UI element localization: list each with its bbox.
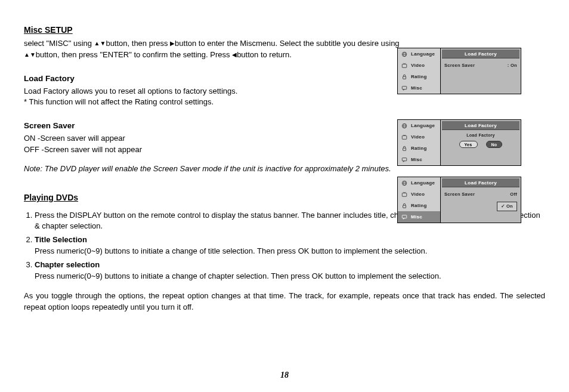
menu-misc[interactable]: Misc xyxy=(398,154,440,165)
menu-rating[interactable]: Rating xyxy=(398,143,440,154)
on-option-selected[interactable]: ✓On xyxy=(497,202,517,211)
svg-rect-16 xyxy=(403,205,406,208)
up-down-icon: ▲▼ xyxy=(94,41,106,47)
osd-menu: Language Video Rating Misc xyxy=(398,177,441,223)
speech-icon xyxy=(401,214,408,220)
osd-menu: Language Video Rating Misc xyxy=(398,120,441,165)
text-part: button to return. xyxy=(237,50,292,59)
tv-icon xyxy=(401,63,408,69)
item2-title: Title Selection xyxy=(35,235,87,244)
screen-saver-label: Screen Saver xyxy=(444,192,475,198)
svg-rect-11 xyxy=(402,158,407,160)
screen-saver-on: ON -Screen saver will appear xyxy=(24,133,406,144)
item3-body: Press numeric(0~9) buttons to initiate a… xyxy=(35,271,441,280)
globe-icon xyxy=(401,180,408,186)
menu-label: Video xyxy=(411,191,425,198)
tv-icon xyxy=(401,192,408,197)
lock-icon xyxy=(401,74,408,80)
osd-header: Load Factory xyxy=(442,50,519,58)
text-part: select "MISC" using xyxy=(24,39,94,48)
svg-rect-3 xyxy=(402,64,407,67)
tv-icon xyxy=(401,134,408,140)
svg-rect-15 xyxy=(402,193,407,196)
menu-language[interactable]: Language xyxy=(398,177,440,189)
load-factory-title: Load Factory xyxy=(24,73,406,85)
text-part: button, then press xyxy=(106,39,170,48)
left-icon: ◀ xyxy=(232,51,237,58)
right-icon: ▶ xyxy=(170,41,175,47)
globe-icon xyxy=(401,123,408,129)
menu-label: Language xyxy=(411,122,435,129)
text-part: button to enter the Miscmenu. Select the… xyxy=(175,39,400,48)
menu-label: Video xyxy=(411,134,425,141)
lock-icon xyxy=(401,146,408,152)
text-part: button, then press "ENTER" to confirm th… xyxy=(36,50,232,59)
load-factory-label: Load Factory xyxy=(444,132,517,138)
menu-video[interactable]: Video xyxy=(398,131,440,143)
on-label: On xyxy=(506,203,513,209)
svg-rect-9 xyxy=(402,135,407,139)
list-item: Chapter selection Press numeric(0~9) but… xyxy=(35,260,545,282)
load-factory-line1: Load Factory allows you to reset all opt… xyxy=(24,86,406,97)
item2-body: Press numeric(0~9) buttons to initiate a… xyxy=(35,246,427,255)
list-item: Title Selection Press numeric(0~9) butto… xyxy=(35,234,545,257)
menu-video[interactable]: Video xyxy=(398,189,440,200)
speech-icon xyxy=(401,157,408,163)
menu-label: Video xyxy=(411,62,425,69)
menu-misc[interactable]: Misc xyxy=(398,82,440,94)
svg-rect-4 xyxy=(403,76,406,79)
menu-misc[interactable]: Misc xyxy=(398,211,440,223)
screen-saver-label: Screen Saver xyxy=(444,63,475,69)
menu-rating[interactable]: Rating xyxy=(398,71,440,82)
speech-icon xyxy=(401,85,408,91)
screen-saver-value: : On xyxy=(508,63,517,69)
osd-header: Load Factory xyxy=(442,178,519,187)
globe-icon xyxy=(401,51,408,57)
svg-rect-10 xyxy=(403,148,406,150)
osd-panel-3: Language Video Rating Misc Load Factory xyxy=(397,177,521,223)
menu-label: Language xyxy=(411,180,435,187)
menu-video[interactable]: Video xyxy=(398,60,440,71)
menu-label: Misc xyxy=(411,156,422,163)
menu-label: Misc xyxy=(411,214,422,221)
item3-title: Chapter selection xyxy=(35,260,100,269)
osd-panel-1: Language Video Rating Misc Load Factory xyxy=(397,48,521,94)
menu-label: Language xyxy=(411,51,435,58)
no-button[interactable]: No xyxy=(486,141,503,148)
lock-icon xyxy=(401,203,408,209)
osd-menu: Language Video Rating Misc xyxy=(398,48,441,94)
yes-button[interactable]: Yes xyxy=(459,141,478,148)
misc-setup-intro: select "MISC" using ▲▼button, then press… xyxy=(24,38,406,61)
menu-label: Rating xyxy=(411,145,427,152)
load-factory-line2: * This function will not affect the Rati… xyxy=(24,97,406,108)
page-number: 18 xyxy=(0,369,569,381)
up-down-icon: ▲▼ xyxy=(24,51,36,58)
off-option[interactable]: Off xyxy=(510,192,517,198)
screen-saver-title: Screen Saver xyxy=(24,120,406,132)
misc-setup-heading: Misc SETUP xyxy=(24,24,406,36)
menu-label: Misc xyxy=(411,85,422,92)
menu-label: Rating xyxy=(411,202,427,209)
menu-language[interactable]: Language xyxy=(398,48,440,60)
check-icon: ✓ xyxy=(501,203,505,209)
menu-label: Rating xyxy=(411,73,427,81)
menu-language[interactable]: Language xyxy=(398,120,440,131)
osd-header: Load Factory xyxy=(442,121,519,130)
svg-rect-5 xyxy=(402,86,407,89)
playing-paragraph: As you toggle through the options, the r… xyxy=(24,291,545,313)
svg-rect-17 xyxy=(402,215,407,218)
screen-saver-off: OFF -Screen saver will not appear xyxy=(24,144,406,156)
menu-rating[interactable]: Rating xyxy=(398,200,440,211)
osd-panel-2: Language Video Rating Misc Load Factory xyxy=(397,119,521,166)
